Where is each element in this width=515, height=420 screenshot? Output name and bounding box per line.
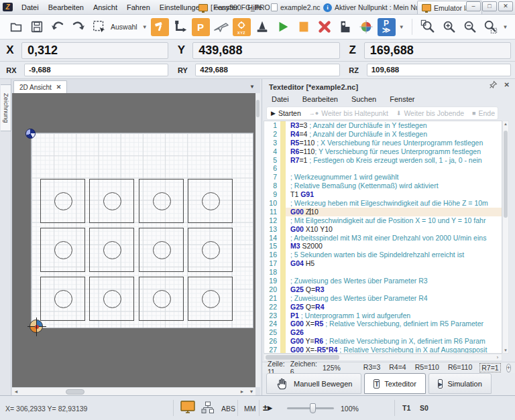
code-line[interactable]: 14; Arbeitsspindel mit M3 mit einer Dreh… — [264, 234, 502, 242]
code-line[interactable]: 1R3=3 ; Anzahl der Durchläufe in Y festl… — [264, 121, 502, 130]
jog-rapid-icon[interactable] — [212, 17, 231, 36]
close-button[interactable]: ✕ — [498, 1, 513, 11]
auswahl-label[interactable]: Auswahl — [111, 23, 137, 31]
zoom-selection-icon[interactable] — [481, 17, 500, 36]
code-line[interactable]: 3R5=110 ; X Verschiebung für neues Unter… — [264, 139, 502, 147]
editor-scroll-right-icon[interactable]: › — [494, 354, 502, 362]
code-line[interactable]: 22G25 Q=R4 — [264, 303, 502, 311]
parameter-value[interactable]: R5=110 — [414, 363, 441, 372]
code-line[interactable]: 25G26 — [264, 328, 502, 337]
code-line[interactable]: 9T1 G91 — [264, 190, 502, 199]
path-origin-icon[interactable] — [171, 17, 190, 36]
parameter-value[interactable]: R3=3 — [362, 363, 382, 372]
code-editor[interactable]: 1R3=3 ; Anzahl der Durchläufe in Y festl… — [264, 121, 502, 354]
editor-hscroll-thumb[interactable] — [266, 355, 339, 360]
code-line[interactable]: 4R6=110; Y Verschiebung für neues Unterp… — [264, 147, 502, 156]
code-line[interactable]: 5R7=1 ; Festlegen ob Kreis erzeugt werde… — [264, 156, 502, 165]
ende-button[interactable]: ■Ende — [472, 109, 495, 117]
menu-fahren[interactable]: Fahren — [122, 1, 155, 13]
drawing-vscrollbar[interactable] — [255, 93, 260, 387]
open-icon[interactable] — [7, 17, 25, 36]
editor-vscrollbar[interactable]: ▲ ▼ — [502, 121, 509, 354]
slider-thumb[interactable] — [310, 403, 316, 413]
code-line[interactable]: 19; Zuweisung des Wertes über Parameter … — [264, 277, 502, 285]
editor-scroll-down-icon[interactable]: ▼ — [503, 348, 508, 352]
ed-menu-fenster[interactable]: Fenster — [384, 94, 420, 106]
code-line[interactable]: 16; 5 Sekunden warten bis die Spindeldre… — [264, 251, 502, 259]
code-line[interactable]: 13G00 X10 Y10 — [264, 225, 502, 234]
code-line[interactable]: 23P1 ; Unterprogramm 1 wird aufgerufen — [264, 311, 502, 320]
mode-tab-manuell-bewegen[interactable]: Manuell Bewegen — [266, 373, 361, 394]
zoom-dropdown-icon[interactable]: ▼ — [503, 24, 508, 30]
menu-bearbeiten[interactable]: Bearbeiten — [44, 1, 89, 13]
drawing-canvas[interactable] — [12, 93, 255, 387]
feed-override-slider[interactable] — [287, 407, 334, 409]
tab-2d-ansicht[interactable]: 2D Ansicht ✕ — [13, 80, 67, 93]
vscroll-thumb[interactable] — [256, 100, 260, 117]
ball-origin-icon[interactable] — [357, 17, 376, 36]
emulator-toggle-icon[interactable] — [180, 401, 196, 414]
parameter-value[interactable]: R6=110 — [447, 363, 473, 372]
run-dropdown-icon[interactable]: ▼ — [399, 24, 404, 30]
weiter-haltepunkt-button[interactable]: →●Weiter bis Haltepunkt — [309, 109, 388, 117]
add-parameter-icon[interactable]: + — [506, 364, 511, 372]
ed-menu-datei[interactable]: Datei — [266, 94, 294, 106]
code-line[interactable]: 20G25 Q=R3 — [264, 285, 502, 294]
ed-menu-suchen[interactable]: Suchen — [346, 94, 382, 106]
drawing-hscrollbar[interactable]: ◄ ► ▼ — [12, 387, 255, 395]
hammer-setup-icon[interactable] — [151, 18, 169, 36]
redo-icon[interactable] — [69, 17, 88, 36]
code-line[interactable]: 6 — [264, 164, 502, 173]
ed-menu-bearbeiten[interactable]: Bearbeiten — [297, 94, 343, 106]
weiter-jobende-button[interactable]: ⬇Weiter bis Jobende — [396, 109, 464, 117]
navigation-sphere-icon[interactable] — [25, 129, 36, 139]
abort-icon[interactable] — [315, 17, 334, 36]
tool-length-icon[interactable] — [336, 17, 355, 36]
code-line[interactable]: 7; Werkzeugnummer 1 wird gewählt — [264, 173, 502, 182]
pause-icon[interactable] — [294, 17, 313, 36]
code-line[interactable]: 8; Relative Bemaßung (Kettenmaß) wird ak… — [264, 182, 502, 190]
code-line[interactable]: 15M3 S2000 — [264, 242, 502, 251]
mode-tab-simulation[interactable]: ▸Simulation — [428, 373, 492, 394]
abs-mode-toggle[interactable]: ABS — [221, 405, 235, 413]
cone-reference-icon[interactable] — [253, 17, 272, 36]
file-tab[interactable]: example2.nc — [267, 1, 325, 14]
menu-ansicht[interactable]: Ansicht — [89, 1, 122, 13]
mode-tab-texteditor[interactable]: TTexteditor — [364, 373, 425, 394]
zoom-pan-icon[interactable] — [460, 17, 479, 36]
zoom-window-icon[interactable] — [439, 17, 458, 36]
maximize-button[interactable]: □ — [482, 1, 497, 11]
machine-connection-icon[interactable] — [201, 401, 215, 414]
editor-scroll-up-icon[interactable]: ▲ — [503, 122, 508, 126]
editor-vscroll-thumb[interactable] — [504, 131, 508, 218]
pin-icon[interactable] — [489, 80, 498, 89]
auswahl-dropdown-icon[interactable]: ▼ — [142, 24, 148, 30]
units-toggle[interactable]: MM — [244, 405, 256, 413]
code-line[interactable]: 2R4=4 ; Anzahl der Durchläufe in X festl… — [264, 130, 502, 139]
starten-button[interactable]: ▶Starten — [271, 109, 301, 117]
parameter-value[interactable]: R4=4 — [388, 363, 407, 372]
start-icon[interactable] — [274, 17, 292, 36]
undo-icon[interactable] — [48, 17, 67, 36]
code-line[interactable]: 21; Zuweisung des Wertes über Parameter … — [264, 294, 502, 303]
zoom-fit-icon[interactable] — [418, 17, 437, 36]
code-line[interactable]: 26G00 Y=R6 ; Relative Verschiebung in X,… — [264, 337, 502, 346]
code-line[interactable]: 11G00 Z10 — [264, 208, 502, 216]
code-line[interactable]: 17G04 H5 — [264, 259, 502, 268]
menu-datei[interactable]: Datei — [17, 1, 44, 13]
select-region-icon[interactable] — [90, 17, 109, 36]
code-line[interactable]: 18 — [264, 268, 502, 277]
zeichnung-side-tab[interactable]: Zeichnung — [1, 84, 11, 131]
tab-close-icon[interactable]: ✕ — [56, 84, 62, 90]
code-line[interactable]: 12; Mit Eilgeschwindigkeit auf die Posit… — [264, 216, 502, 225]
probe-p-icon[interactable]: P — [192, 18, 210, 36]
save-icon[interactable] — [27, 17, 46, 36]
hscroll-thumb[interactable] — [66, 389, 84, 395]
parameter-value[interactable]: R7=1 — [479, 363, 500, 372]
texteditor-close-icon[interactable]: ✕ — [504, 81, 510, 88]
minimize-button[interactable]: – — [466, 1, 481, 11]
code-line[interactable]: 27G00 X=-R5*R4 ; Relative Verschiebung i… — [264, 346, 502, 354]
code-line[interactable]: 24G00 X=R5 ; Relative Verschiebung, defi… — [264, 320, 502, 328]
machine-tab[interactable]: [ easy300FG_PRO ] — [194, 1, 278, 14]
program-resume-icon[interactable]: P≫ — [378, 18, 396, 36]
